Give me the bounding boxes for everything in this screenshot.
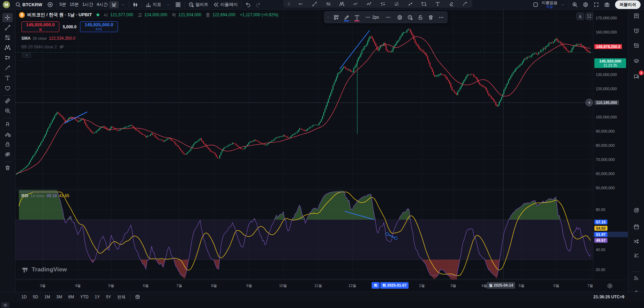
axis-settings-gear-icon[interactable] <box>607 283 613 289</box>
alarm-clock-panel-button[interactable] <box>631 26 642 35</box>
fav-flat-favorite-tool[interactable] <box>393 1 401 7</box>
drawing-delete-button[interactable] <box>426 12 435 22</box>
drawing-alert-button[interactable] <box>405 12 415 22</box>
line-width-button[interactable]: 2px <box>362 15 382 20</box>
journal-plus-panel-button[interactable] <box>631 41 642 50</box>
favorites-star-button[interactable] <box>1 302 9 308</box>
fib-retracement-tool[interactable] <box>2 33 13 42</box>
user-menu-avatar[interactable]: M <box>3 1 10 8</box>
redo-button[interactable] <box>253 0 264 10</box>
compare-add-button[interactable] <box>45 0 56 10</box>
range-전체[interactable]: 전체 <box>115 293 128 301</box>
rsi-legend[interactable]: RSI 14 close 49.16 43.65 <box>21 193 69 198</box>
line-color-button[interactable] <box>342 12 351 22</box>
fav-zigzag-favorite-tool[interactable] <box>352 1 359 7</box>
sell-button[interactable]: 145,920,000.0 셀 <box>21 21 59 32</box>
layout-dropdown[interactable] <box>558 0 567 10</box>
buy-button[interactable]: 145,925,000.0 바이 <box>80 21 118 32</box>
text-tool-favorite-tool[interactable] <box>434 1 442 7</box>
toolbar-drag-handle[interactable] <box>326 12 331 22</box>
range-1y[interactable]: 1Y <box>93 294 102 300</box>
news-signal-panel-button[interactable] <box>631 273 642 282</box>
watchlist-panel-button[interactable] <box>631 11 642 20</box>
layout-grid-button[interactable] <box>173 0 183 10</box>
fav-parallel-favorite-tool[interactable] <box>324 1 332 7</box>
fav-pen-favorite-tool[interactable] <box>461 1 469 7</box>
indicators-button[interactable]: 지표 <box>143 0 164 10</box>
sma-legend[interactable]: SMA 20 close 122,534,350.0 <box>21 36 75 41</box>
trend-line-tool[interactable] <box>2 23 13 32</box>
fav-ray-favorite-tool[interactable] <box>297 1 305 7</box>
range-5y[interactable]: 5Y <box>104 294 113 300</box>
chat-panel-button[interactable]: 1 <box>631 72 642 81</box>
fav-rect-favorite-tool[interactable] <box>420 1 428 7</box>
chart-style-button[interactable] <box>130 0 141 10</box>
trade-arrows-panel-button[interactable] <box>631 237 642 246</box>
save-layout-button[interactable] <box>530 0 541 10</box>
chart-settings-button[interactable] <box>580 0 591 10</box>
range-3m[interactable]: 3M <box>54 294 64 300</box>
price-axis[interactable]: 145,920,000 11:23:35 170,000,000160,000,… <box>593 10 627 280</box>
bb-legend[interactable]: BB 20 SMA close 2 <box>21 44 64 49</box>
text-color-button[interactable] <box>352 12 362 22</box>
market-status-dot[interactable] <box>97 13 99 16</box>
quick-search-button[interactable] <box>570 0 580 10</box>
clock-utc[interactable]: 21:36:25 UTC+9 <box>593 295 624 299</box>
crosshair-tool[interactable] <box>2 13 13 22</box>
magnet-tool[interactable] <box>2 119 13 128</box>
undo-button[interactable] <box>242 0 253 10</box>
fav-disjoint-favorite-tool[interactable] <box>379 1 387 7</box>
ruler-tool[interactable] <box>2 96 13 105</box>
screener-radar-panel-button[interactable] <box>631 206 642 215</box>
reset-view-button[interactable] <box>585 12 593 20</box>
object-tree-panel-button[interactable] <box>631 57 642 66</box>
long-position-tool[interactable] <box>2 53 13 62</box>
line-style-button[interactable] <box>382 15 394 20</box>
symbol-title[interactable]: 비트코인 / 한국 원 · 1날 · UPBIT <box>27 12 92 18</box>
price-chart[interactable] <box>0 0 627 280</box>
add-order-plus-button[interactable] <box>585 99 593 106</box>
fav-zigzag2-favorite-tool[interactable] <box>365 1 373 7</box>
range-6m[interactable]: 6M <box>66 294 76 300</box>
goto-date-button[interactable] <box>133 293 142 300</box>
text-tool-tool[interactable] <box>2 74 13 83</box>
range-ytd[interactable]: YTD <box>78 294 91 300</box>
range-1m[interactable]: 1M <box>42 294 52 300</box>
slope-tool-panel-button[interactable] <box>631 251 642 260</box>
drawing-unlock-button[interactable] <box>415 12 425 22</box>
publish-button[interactable]: 퍼블리쉬 <box>615 0 641 9</box>
template-button[interactable] <box>331 12 341 22</box>
symbol-search-button[interactable]: BTCKRW <box>13 0 45 10</box>
drawing-more-button[interactable] <box>436 12 446 22</box>
scroll-to-recent-button[interactable] <box>576 12 584 20</box>
range-1d[interactable]: 1D <box>19 294 29 300</box>
layout-name-button[interactable]: 이름없음 저장 <box>541 1 558 9</box>
fullscreen-button[interactable] <box>591 0 602 10</box>
timeframe-1d-selected[interactable]: 날 <box>109 1 119 8</box>
timeframe-1h[interactable]: 1시간 <box>80 2 95 8</box>
brush-tool[interactable] <box>2 64 13 73</box>
heart-tool[interactable] <box>2 84 13 93</box>
timeframe-15m[interactable]: 15분 <box>68 2 80 8</box>
drawing-lock-tool[interactable] <box>2 130 13 139</box>
snapshot-button[interactable] <box>602 0 612 10</box>
zoom-in-tool[interactable] <box>2 106 13 115</box>
lock-tool[interactable] <box>2 140 13 149</box>
drawing-settings-button[interactable] <box>395 12 404 22</box>
fav-eraser-favorite-tool[interactable] <box>447 1 455 7</box>
eye-off-tool[interactable] <box>2 150 13 159</box>
alert-button[interactable]: 얼러트 <box>186 0 211 10</box>
fav-cross-favorite-tool[interactable] <box>406 1 414 7</box>
range-5d[interactable]: 5D <box>31 294 40 300</box>
drag-handle-icon[interactable] <box>287 1 291 7</box>
timeframe-5m[interactable]: 5분 <box>58 2 68 8</box>
xabcd-pattern-tool[interactable] <box>2 43 13 52</box>
trend-line-favorite-tool[interactable] <box>311 1 318 7</box>
timeframe-4h[interactable]: 4시간 <box>95 2 109 8</box>
indicators-dropdown[interactable] <box>164 0 173 10</box>
time-axis[interactable]: 3월4월5월6월7월8월9월10월11월12월2월3월4월5월6월7월화화 20… <box>0 280 627 291</box>
replay-button[interactable]: 리플레이 <box>211 0 240 10</box>
collapse-legend-button[interactable] <box>22 52 31 58</box>
eye-off-icon[interactable] <box>59 44 64 49</box>
calendar-panel-button[interactable] <box>631 222 642 231</box>
